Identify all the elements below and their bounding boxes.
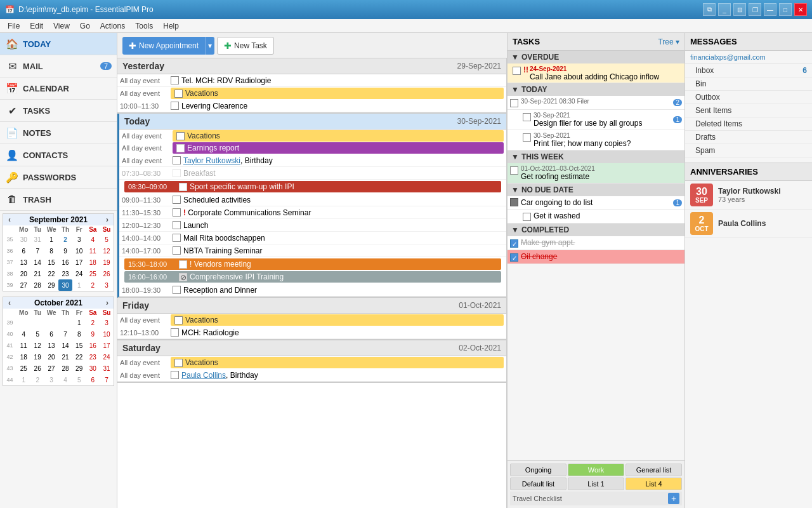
folder-drafts[interactable]: Drafts	[685, 131, 812, 144]
sep-day-1[interactable]: 1	[44, 234, 58, 245]
comprehensive-bar[interactable]: 16:00–16:00 ⊘ Comprehensive IPI Training	[124, 271, 501, 283]
jane-checkbox[interactable]	[513, 67, 521, 75]
tab-ongoing[interactable]: Ongoing	[510, 464, 566, 476]
new-appointment-button[interactable]: ✚ New Appointment	[122, 37, 205, 55]
nbta-checkbox[interactable]	[173, 246, 181, 255]
taylor-title[interactable]: Taylor Rutkowski, Birthday	[183, 156, 504, 165]
tab-work[interactable]: Work	[568, 464, 624, 476]
nbta-title[interactable]: NBTA Training Seminar	[183, 246, 504, 255]
oil-text[interactable]: Oil change	[521, 252, 682, 261]
corporate-title[interactable]: ! Corporate Communications Seminar	[183, 208, 504, 217]
sep-day-30-prev[interactable]: 30	[16, 234, 30, 245]
comp-checkbox[interactable]: ⊘	[179, 273, 187, 281]
sep-day-16[interactable]: 16	[58, 257, 72, 268]
sidebar-item-mail[interactable]: ✉ MAIL 7	[0, 55, 117, 77]
vac-checkbox[interactable]	[174, 90, 183, 98]
taylor-checkbox[interactable]	[173, 156, 181, 164]
minimize-btn[interactable]: —	[764, 3, 776, 16]
sep-day-27[interactable]: 27	[16, 279, 30, 291]
new-task-button[interactable]: ✚ New Task	[217, 37, 274, 55]
menu-edit[interactable]: Edit	[25, 20, 48, 32]
scheduled-title[interactable]: Scheduled activities	[183, 196, 504, 204]
sidebar-item-trash[interactable]: 🗑 TRASH	[0, 189, 117, 211]
event-checkbox[interactable]	[171, 76, 179, 84]
sep-next-arrow[interactable]: ›	[103, 215, 111, 224]
no-due-date-header[interactable]: ▼ NO DUE DATE	[508, 184, 684, 196]
vendors-checkbox[interactable]	[179, 260, 187, 269]
radiologie-title[interactable]: MCH: Radiologie	[181, 328, 504, 337]
maxrestore-btn[interactable]: ❐	[749, 3, 761, 16]
sep-day-29[interactable]: 29	[44, 279, 58, 291]
sidebar-item-today[interactable]: 🏠 TODAY	[0, 33, 117, 55]
vendors-bar[interactable]: 15:30–18:00 ! Vendors meeting	[124, 258, 501, 270]
roofing-checkbox[interactable]	[510, 166, 518, 175]
sidebar-item-tasks[interactable]: ✔ TASKS	[0, 100, 117, 122]
sep-day-4[interactable]: 4	[86, 234, 100, 245]
event-vendors[interactable]: 15:30–18:00 ! Vendors meeting	[122, 258, 504, 270]
sat-vac-checkbox[interactable]	[174, 359, 183, 367]
gym-text[interactable]: Make gym appt.	[521, 238, 682, 247]
sep-day-2-next[interactable]: 2	[86, 279, 100, 291]
sep-day-25[interactable]: 25	[86, 268, 100, 279]
event-comprehensive[interactable]: 16:00–16:00 ⊘ Comprehensive IPI Training	[122, 271, 504, 283]
wash-text[interactable]: Get it washed	[534, 211, 682, 220]
vacations-bar-friday[interactable]: Vacations	[171, 314, 504, 326]
sep-prev-arrow[interactable]: ‹	[6, 215, 13, 224]
vac2-checkbox[interactable]	[176, 132, 185, 140]
sep-day-26[interactable]: 26	[100, 268, 114, 279]
sep-day-15[interactable]: 15	[44, 257, 58, 268]
sidebar-item-calendar[interactable]: 📅 CALENDAR	[0, 77, 117, 100]
folder-sent[interactable]: Sent Items	[685, 104, 812, 117]
sport-bar[interactable]: 08:30–09:00 Sport specific warm-up with …	[124, 181, 501, 192]
rita-title[interactable]: Mail Rita boodschappen	[183, 234, 504, 243]
sep-day-3[interactable]: 3	[72, 234, 86, 245]
filer-checkbox[interactable]	[510, 99, 518, 107]
sep-day-28[interactable]: 28	[30, 279, 44, 291]
menu-tools[interactable]: Tools	[130, 20, 158, 32]
messages-email[interactable]: financialxps@gmail.com	[685, 51, 812, 64]
menu-go[interactable]: Go	[75, 20, 95, 32]
sep-day-13[interactable]: 13	[16, 257, 30, 268]
sep-day-19[interactable]: 19	[100, 257, 114, 268]
this-week-header[interactable]: ▼ THIS WEEK	[508, 150, 684, 163]
restore-btn[interactable]: ⧉	[703, 3, 716, 16]
levering-checkbox[interactable]	[171, 102, 179, 110]
sep-day-18[interactable]: 18	[86, 257, 100, 268]
earn-checkbox[interactable]	[176, 144, 185, 152]
menu-view[interactable]: View	[48, 20, 75, 32]
oil-checkbox[interactable]	[510, 253, 518, 262]
launch-title[interactable]: Launch	[183, 221, 504, 230]
breakfast-checkbox[interactable]	[173, 169, 181, 177]
sidebar-item-contacts[interactable]: 👤 CONTACTS	[0, 144, 117, 166]
reception-title[interactable]: Reception and Dinner	[183, 286, 504, 295]
earnings-bar[interactable]: Earnings report	[173, 142, 504, 154]
sep-day-22[interactable]: 22	[44, 268, 58, 279]
sep-day-7[interactable]: 7	[30, 245, 44, 257]
levering-title[interactable]: Levering Clearence	[181, 102, 504, 110]
sep-day-21[interactable]: 21	[30, 268, 44, 279]
wash-checkbox[interactable]	[523, 213, 531, 221]
print-checkbox[interactable]	[523, 133, 531, 142]
sep-day-31-prev[interactable]: 31	[30, 234, 44, 245]
event-sport[interactable]: 08:30–09:00 Sport specific warm-up with …	[122, 181, 504, 192]
completed-header[interactable]: ▼ COMPLETED	[508, 224, 684, 236]
folder-spam[interactable]: Spam	[685, 144, 812, 157]
fri-vac-checkbox[interactable]	[174, 316, 183, 324]
tab-list1[interactable]: List 1	[568, 478, 624, 490]
sep-day-8[interactable]: 8	[44, 245, 58, 257]
folder-bin[interactable]: Bin	[685, 77, 812, 91]
sep-day-24[interactable]: 24	[72, 268, 86, 279]
sep-day-2[interactable]: 2	[58, 234, 72, 245]
radiologie-checkbox[interactable]	[171, 328, 179, 337]
sep-day-23[interactable]: 23	[58, 268, 72, 279]
taylor-link[interactable]: Taylor Rutkowski	[183, 156, 240, 165]
roofing-text[interactable]: Get roofing estimate	[521, 172, 682, 181]
car-text[interactable]: Car ongoing to do list	[521, 198, 671, 207]
minimize-btn2[interactable]: _	[718, 3, 731, 16]
sep-day-9[interactable]: 9	[58, 245, 72, 257]
taylor-ann-name[interactable]: Taylor Rutkowski	[718, 187, 780, 196]
vacations-bar-today[interactable]: Vacations	[173, 130, 504, 142]
sep-day-1-next[interactable]: 1	[72, 279, 86, 291]
event-title[interactable]: Tel. MCH: RDV Radiologie	[181, 76, 504, 85]
tree-selector[interactable]: Tree ▾	[658, 37, 679, 46]
